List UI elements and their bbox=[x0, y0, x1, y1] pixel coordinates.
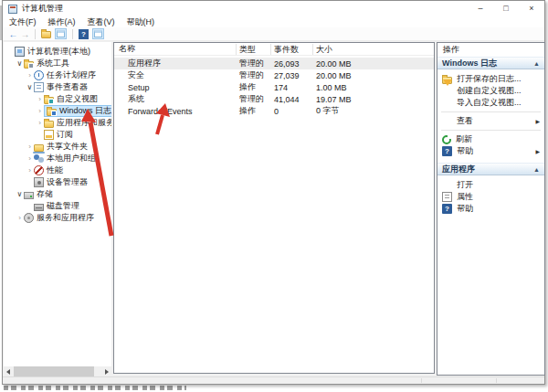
action-label: 打开 bbox=[457, 179, 473, 191]
tree-item-computer-management-local[interactable]: 计算机管理(本地) bbox=[4, 46, 111, 58]
help-icon bbox=[442, 146, 452, 156]
expand-arrow[interactable]: › bbox=[36, 119, 44, 127]
scroll-left-icon[interactable] bbox=[4, 366, 14, 376]
forward-icon[interactable]: → bbox=[19, 29, 31, 39]
table-row-security[interactable]: 安全 管理的 27,039 20.00 MB bbox=[114, 69, 434, 81]
show-console-tree-icon[interactable] bbox=[55, 28, 67, 39]
tree-item-label: 磁盘管理 bbox=[47, 200, 79, 212]
toolbar-separator bbox=[72, 29, 73, 39]
tree-item-event-viewer[interactable]: ∨ 事件查看器 bbox=[4, 81, 111, 93]
tree-horizontal-scrollbar[interactable] bbox=[4, 366, 111, 376]
tree-item-label: 本地用户和组 bbox=[47, 153, 96, 164]
submenu-arrow-icon: ▶ bbox=[535, 118, 544, 124]
tree-item-system-tools[interactable]: ∨ 系统工具 bbox=[4, 58, 111, 69]
actions-separator bbox=[441, 111, 541, 112]
statusbar-separator bbox=[421, 378, 422, 383]
tree-item-label: 应用程序和服务日志 bbox=[57, 117, 111, 129]
toolbar-separator bbox=[35, 29, 36, 39]
action-label: 打开保存的日志... bbox=[457, 73, 522, 85]
action-label: 属性 bbox=[457, 191, 473, 203]
expand-arrow[interactable]: › bbox=[16, 214, 24, 222]
local-users-groups-icon bbox=[34, 154, 44, 164]
collapse-icon[interactable]: ▲ bbox=[533, 166, 540, 173]
expand-arrow[interactable]: › bbox=[26, 71, 34, 79]
tree-item-performance[interactable]: › 性能 bbox=[4, 164, 111, 176]
action-help-application[interactable]: 帮助 bbox=[437, 203, 544, 215]
expand-arrow[interactable]: ∨ bbox=[16, 59, 24, 68]
table-row-application[interactable]: 应用程序 管理的 26,093 20.00 MB bbox=[114, 58, 434, 69]
section-header-label: 应用程序 bbox=[442, 164, 475, 175]
section-header-label: Windows 日志 bbox=[442, 58, 497, 69]
tree-item-windows-logs[interactable]: › Windows 日志 bbox=[4, 105, 111, 117]
action-properties[interactable]: 属性 bbox=[437, 191, 544, 203]
tree-item-custom-views[interactable]: › 自定义视图 bbox=[4, 93, 111, 105]
action-import-custom-view[interactable]: 导入自定义视图... bbox=[437, 97, 544, 109]
back-icon[interactable]: ← bbox=[7, 29, 19, 39]
action-view[interactable]: 查看 ▶ bbox=[437, 115, 544, 127]
scrollbar-track[interactable] bbox=[14, 366, 101, 376]
client-area: 计算机管理(本地) ∨ 系统工具 › 任务计划程序 ∨ bbox=[3, 41, 544, 376]
expand-arrow[interactable]: › bbox=[26, 154, 34, 163]
menu-action[interactable]: 操作(A) bbox=[48, 16, 76, 28]
up-level-folder-icon[interactable] bbox=[41, 31, 51, 38]
help-icon bbox=[442, 204, 452, 214]
expand-arrow[interactable]: › bbox=[26, 166, 34, 175]
action-open[interactable]: 打开 bbox=[437, 179, 544, 191]
system-tools-folder-icon bbox=[24, 61, 34, 69]
tree-item-label: 性能 bbox=[47, 164, 63, 176]
tree-item-shared-folders[interactable]: › 共享文件夹 bbox=[4, 141, 111, 153]
actions-section-application[interactable]: 应用程序 ▲ bbox=[437, 163, 544, 175]
expand-arrow[interactable]: › bbox=[36, 95, 44, 103]
table-row-system[interactable]: 系统 管理的 41,044 19.07 MB bbox=[114, 93, 434, 105]
cell-size: 19.07 MB bbox=[312, 95, 434, 104]
cell-events: 41,044 bbox=[270, 95, 312, 104]
actions-section-windows-logs[interactable]: Windows 日志 ▲ bbox=[437, 57, 544, 69]
actions-separator bbox=[441, 130, 541, 131]
tree-item-label: 订阅 bbox=[57, 129, 73, 141]
action-help[interactable]: 帮助 ▶ bbox=[437, 145, 544, 157]
menu-help[interactable]: 帮助(H) bbox=[127, 16, 155, 28]
action-label: 帮助 bbox=[457, 145, 473, 157]
column-header-type[interactable]: 类型 bbox=[236, 44, 270, 55]
performance-icon bbox=[34, 165, 44, 175]
expand-arrow[interactable]: › bbox=[26, 143, 34, 151]
expand-arrow[interactable]: › bbox=[36, 107, 44, 115]
tree-item-device-manager[interactable]: 设备管理器 bbox=[4, 176, 111, 188]
scroll-right-icon[interactable] bbox=[101, 366, 111, 376]
expand-arrow[interactable]: ∨ bbox=[16, 190, 24, 198]
action-open-saved-log[interactable]: 打开保存的日志... bbox=[437, 73, 544, 85]
tree-item-applications-services-logs[interactable]: › 应用程序和服务日志 bbox=[4, 117, 111, 129]
maximize-button[interactable]: □ bbox=[493, 1, 519, 16]
tree-item-local-users-groups[interactable]: › 本地用户和组 bbox=[4, 153, 111, 164]
cell-size: 1.00 MB bbox=[312, 83, 434, 92]
tree-item-label: 自定义视图 bbox=[57, 93, 98, 105]
tree-item-services-applications[interactable]: › 服务和应用程序 bbox=[4, 212, 111, 224]
tree-item-subscriptions[interactable]: 订阅 bbox=[4, 129, 111, 141]
table-row-forwarded-events[interactable]: ForwardedEvents 操作 0 0 字节 bbox=[114, 105, 434, 117]
column-header-name[interactable]: 名称 bbox=[114, 43, 236, 55]
minimize-button[interactable]: – bbox=[468, 1, 493, 16]
tree-item-disk-management[interactable]: 磁盘管理 bbox=[4, 200, 111, 212]
column-header-size[interactable]: 大小 bbox=[312, 44, 434, 55]
expand-arrow[interactable]: ∨ bbox=[26, 83, 34, 91]
scrollbar-thumb[interactable] bbox=[14, 366, 94, 376]
action-refresh[interactable]: 刷新 bbox=[437, 133, 544, 145]
screen: 计算机管理 – □ × 文件(F) 操作(A) 查看(V) 帮助(H) ← → bbox=[0, 0, 548, 392]
menu-view[interactable]: 查看(V) bbox=[88, 16, 115, 28]
collapse-icon[interactable]: ▲ bbox=[533, 60, 540, 67]
table-row-setup[interactable]: Setup 操作 174 1.00 MB bbox=[114, 81, 434, 93]
show-action-pane-icon[interactable] bbox=[92, 28, 104, 39]
action-create-custom-view[interactable]: 创建自定义视图... bbox=[437, 85, 544, 97]
close-button[interactable]: × bbox=[519, 1, 544, 16]
window-title: 计算机管理 bbox=[22, 3, 63, 15]
help-icon[interactable] bbox=[79, 29, 89, 39]
submenu-arrow-icon: ▶ bbox=[535, 148, 544, 154]
tree-item-storage[interactable]: ∨ 存储 bbox=[4, 188, 111, 200]
menu-file[interactable]: 文件(F) bbox=[9, 16, 37, 28]
tree-item-task-scheduler[interactable]: › 任务计划程序 bbox=[4, 69, 111, 81]
column-header-events[interactable]: 事件数 bbox=[270, 44, 312, 55]
shared-folders-icon bbox=[34, 144, 44, 152]
cell-name: 应用程序 bbox=[114, 58, 236, 69]
device-manager-icon bbox=[34, 177, 44, 187]
action-label: 刷新 bbox=[456, 133, 472, 145]
